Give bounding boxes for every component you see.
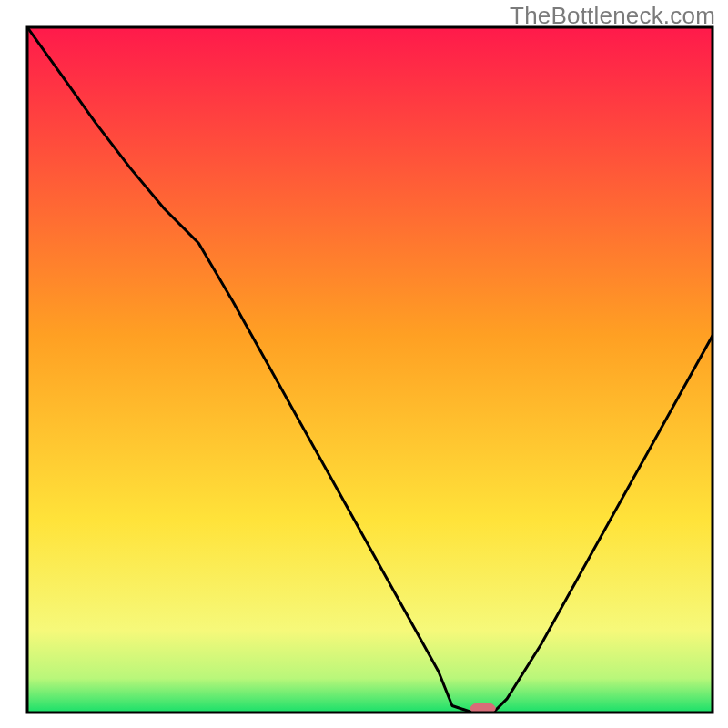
- bottleneck-chart: [0, 0, 728, 728]
- gradient-fill: [27, 27, 713, 713]
- chart-stage: TheBottleneck.com: [0, 0, 728, 728]
